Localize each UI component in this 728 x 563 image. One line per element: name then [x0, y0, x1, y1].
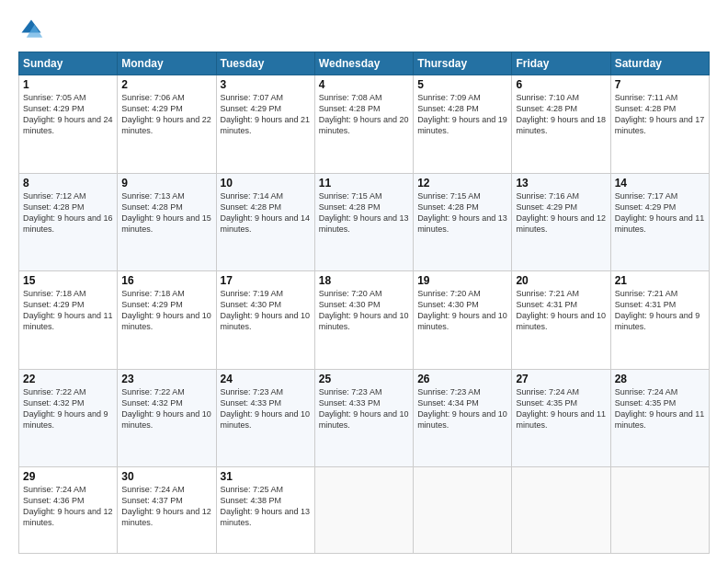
calendar-cell: 5 Sunrise: 7:09 AM Sunset: 4:28 PM Dayli…	[414, 75, 512, 174]
day-info: Sunrise: 7:22 AM Sunset: 4:32 PM Dayligh…	[121, 386, 211, 431]
day-info: Sunrise: 7:15 AM Sunset: 4:28 PM Dayligh…	[417, 190, 507, 236]
calendar-cell: 2 Sunrise: 7:06 AM Sunset: 4:29 PM Dayli…	[118, 75, 216, 174]
day-number: 12	[417, 177, 507, 190]
daylight-label: Daylight: 9 hours and 15 minutes.	[121, 213, 211, 234]
sunset-label: Sunset: 4:32 PM	[23, 398, 85, 408]
calendar-week-2: 8 Sunrise: 7:12 AM Sunset: 4:28 PM Dayli…	[19, 173, 710, 271]
day-number: 26	[417, 373, 507, 385]
sunrise-label: Sunrise: 7:24 AM	[516, 387, 579, 396]
day-info: Sunrise: 7:09 AM Sunset: 4:28 PM Dayligh…	[417, 92, 507, 137]
day-info: Sunrise: 7:20 AM Sunset: 4:30 PM Dayligh…	[417, 288, 507, 333]
sunset-label: Sunset: 4:38 PM	[221, 496, 282, 505]
day-info: Sunrise: 7:24 AM Sunset: 4:35 PM Dayligh…	[516, 386, 606, 431]
sunrise-label: Sunrise: 7:15 AM	[417, 191, 481, 201]
daylight-label: Daylight: 9 hours and 10 minutes.	[121, 409, 211, 430]
calendar-cell: 23 Sunrise: 7:22 AM Sunset: 4:32 PM Dayl…	[118, 369, 216, 467]
day-number: 31	[221, 470, 311, 483]
day-number: 29	[23, 470, 113, 483]
calendar-cell: 17 Sunrise: 7:19 AM Sunset: 4:30 PM Dayl…	[216, 271, 314, 370]
sunrise-label: Sunrise: 7:06 AM	[121, 93, 185, 102]
day-number: 2	[121, 78, 211, 91]
sunrise-label: Sunrise: 7:14 AM	[221, 191, 284, 201]
sunset-label: Sunset: 4:34 PM	[417, 398, 479, 408]
day-info: Sunrise: 7:06 AM Sunset: 4:29 PM Dayligh…	[121, 92, 211, 137]
day-info: Sunrise: 7:23 AM Sunset: 4:33 PM Dayligh…	[221, 386, 311, 431]
day-number: 9	[121, 177, 211, 190]
day-info: Sunrise: 7:19 AM Sunset: 4:30 PM Dayligh…	[221, 288, 311, 333]
sunset-label: Sunset: 4:31 PM	[516, 300, 577, 309]
sunset-label: Sunset: 4:37 PM	[121, 496, 183, 505]
day-info: Sunrise: 7:21 AM Sunset: 4:31 PM Dayligh…	[516, 288, 606, 333]
calendar-cell: 4 Sunrise: 7:08 AM Sunset: 4:28 PM Dayli…	[314, 75, 413, 174]
sunset-label: Sunset: 4:28 PM	[417, 202, 479, 212]
day-info: Sunrise: 7:17 AM Sunset: 4:29 PM Dayligh…	[615, 190, 705, 236]
sunset-label: Sunset: 4:28 PM	[516, 104, 577, 113]
sunrise-label: Sunrise: 7:23 AM	[221, 387, 284, 396]
sunrise-label: Sunrise: 7:10 AM	[516, 93, 579, 102]
daylight-label: Daylight: 9 hours and 10 minutes.	[319, 409, 409, 430]
calendar-header-row: SundayMondayTuesdayWednesdayThursdayFrid…	[19, 52, 710, 75]
calendar-cell: 27 Sunrise: 7:24 AM Sunset: 4:35 PM Dayl…	[512, 369, 610, 467]
calendar-cell: 8 Sunrise: 7:12 AM Sunset: 4:28 PM Dayli…	[19, 173, 118, 271]
calendar-table: SundayMondayTuesdayWednesdayThursdayFrid…	[18, 52, 710, 554]
daylight-label: Daylight: 9 hours and 21 minutes.	[221, 115, 311, 135]
calendar-cell: 3 Sunrise: 7:07 AM Sunset: 4:29 PM Dayli…	[216, 75, 314, 174]
sunset-label: Sunset: 4:28 PM	[221, 202, 282, 212]
day-number: 19	[417, 274, 507, 287]
sunrise-label: Sunrise: 7:25 AM	[221, 485, 284, 494]
day-number: 3	[221, 78, 311, 91]
daylight-label: Daylight: 9 hours and 22 minutes.	[121, 115, 211, 135]
sunrise-label: Sunrise: 7:24 AM	[121, 485, 185, 494]
day-info: Sunrise: 7:25 AM Sunset: 4:38 PM Dayligh…	[221, 484, 311, 529]
sunset-label: Sunset: 4:29 PM	[221, 104, 282, 113]
day-header-thursday: Thursday	[414, 52, 512, 75]
daylight-label: Daylight: 9 hours and 10 minutes.	[417, 311, 507, 331]
sunset-label: Sunset: 4:29 PM	[516, 202, 577, 212]
daylight-label: Daylight: 9 hours and 11 minutes.	[615, 409, 705, 430]
daylight-label: Daylight: 9 hours and 13 minutes.	[417, 213, 507, 234]
calendar-cell: 24 Sunrise: 7:23 AM Sunset: 4:33 PM Dayl…	[216, 369, 314, 467]
daylight-label: Daylight: 9 hours and 11 minutes.	[23, 311, 113, 331]
calendar-cell: 10 Sunrise: 7:14 AM Sunset: 4:28 PM Dayl…	[216, 173, 314, 271]
day-number: 13	[516, 177, 606, 190]
daylight-label: Daylight: 9 hours and 14 minutes.	[221, 213, 311, 234]
daylight-label: Daylight: 9 hours and 9 minutes.	[615, 311, 700, 331]
calendar-cell: 31 Sunrise: 7:25 AM Sunset: 4:38 PM Dayl…	[216, 467, 314, 554]
sunrise-label: Sunrise: 7:23 AM	[417, 387, 481, 396]
calendar-cell: 13 Sunrise: 7:16 AM Sunset: 4:29 PM Dayl…	[512, 173, 610, 271]
sunrise-label: Sunrise: 7:15 AM	[319, 191, 382, 201]
daylight-label: Daylight: 9 hours and 12 minutes.	[23, 507, 113, 527]
sunrise-label: Sunrise: 7:18 AM	[23, 289, 86, 298]
day-number: 8	[23, 177, 113, 190]
day-number: 20	[516, 274, 606, 287]
daylight-label: Daylight: 9 hours and 19 minutes.	[417, 115, 507, 135]
day-info: Sunrise: 7:20 AM Sunset: 4:30 PM Dayligh…	[319, 288, 409, 333]
sunrise-label: Sunrise: 7:08 AM	[319, 93, 382, 102]
calendar-cell: 28 Sunrise: 7:24 AM Sunset: 4:35 PM Dayl…	[610, 369, 709, 467]
sunrise-label: Sunrise: 7:20 AM	[417, 289, 481, 298]
sunrise-label: Sunrise: 7:20 AM	[319, 289, 382, 298]
calendar-cell: 7 Sunrise: 7:11 AM Sunset: 4:28 PM Dayli…	[610, 75, 709, 174]
sunset-label: Sunset: 4:29 PM	[121, 300, 183, 309]
calendar-cell: 25 Sunrise: 7:23 AM Sunset: 4:33 PM Dayl…	[314, 369, 413, 467]
daylight-label: Daylight: 9 hours and 24 minutes.	[23, 115, 113, 135]
day-info: Sunrise: 7:16 AM Sunset: 4:29 PM Dayligh…	[516, 190, 606, 236]
daylight-label: Daylight: 9 hours and 20 minutes.	[319, 115, 409, 135]
day-number: 4	[319, 78, 409, 91]
sunrise-label: Sunrise: 7:09 AM	[417, 93, 481, 102]
day-info: Sunrise: 7:08 AM Sunset: 4:28 PM Dayligh…	[319, 92, 409, 137]
calendar-cell: 12 Sunrise: 7:15 AM Sunset: 4:28 PM Dayl…	[414, 173, 512, 271]
calendar-week-1: 1 Sunrise: 7:05 AM Sunset: 4:29 PM Dayli…	[19, 75, 710, 174]
day-number: 1	[23, 78, 113, 91]
sunset-label: Sunset: 4:29 PM	[615, 202, 677, 212]
day-header-friday: Friday	[512, 52, 610, 75]
daylight-label: Daylight: 9 hours and 10 minutes.	[221, 311, 311, 331]
daylight-label: Daylight: 9 hours and 13 minutes.	[319, 213, 409, 234]
calendar-cell	[314, 467, 413, 554]
calendar-cell: 14 Sunrise: 7:17 AM Sunset: 4:29 PM Dayl…	[610, 173, 709, 271]
sunset-label: Sunset: 4:36 PM	[23, 496, 85, 505]
calendar-cell: 22 Sunrise: 7:22 AM Sunset: 4:32 PM Dayl…	[19, 369, 118, 467]
daylight-label: Daylight: 9 hours and 9 minutes.	[23, 409, 108, 430]
page: SundayMondayTuesdayWednesdayThursdayFrid…	[0, 0, 728, 563]
day-number: 25	[319, 373, 409, 385]
